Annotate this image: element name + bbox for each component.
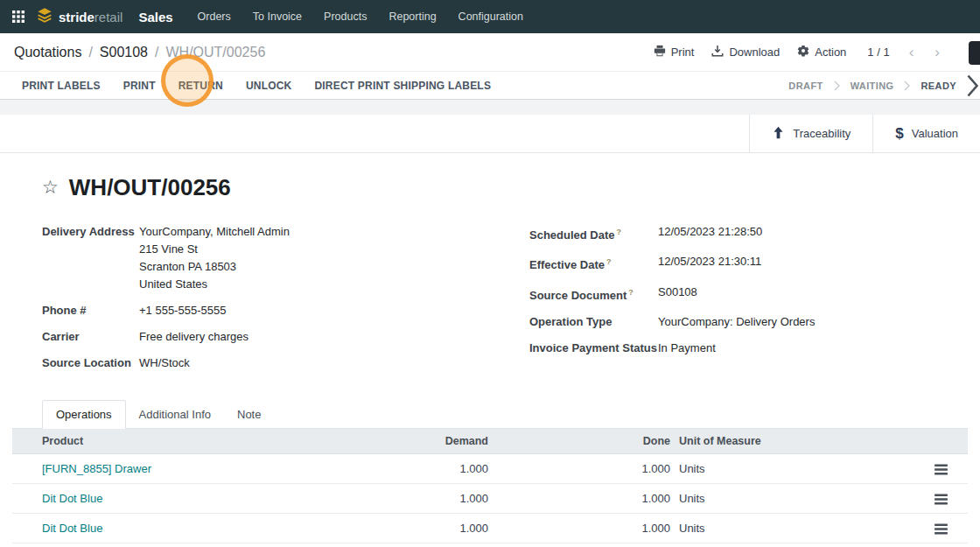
menu-item-products[interactable]: Products [324,11,367,23]
operation-type-value[interactable]: YourCompany: Delivery Orders [658,313,815,331]
record-actions: Print Download Action 1 / 1 ‹ › [654,45,942,60]
row-actions-cell [914,453,968,483]
action-button[interactable]: Action [797,45,846,60]
stat-button-row: Traceability $ Valuation [0,115,980,153]
column-header-done[interactable]: Done [490,429,672,453]
table-row: [FURN_8855] Drawer 1.000 1.000 Units [12,453,968,483]
brand-name: strideretail [59,10,122,25]
top-navbar: strideretail Sales Orders To Invoice Pro… [0,0,980,33]
status-ready[interactable]: READY [920,81,956,91]
field-invoice-payment-status: Invoice Payment Status In Payment [529,340,968,357]
done-cell[interactable]: 1.000 [490,513,672,543]
direct-print-shipping-labels-button[interactable]: DIRECT PRINT SHIPPING LABELS [314,80,491,92]
product-cell[interactable]: [FURN_8855] Drawer [12,453,315,483]
phone-value[interactable]: +1 555-555-5555 [139,302,226,319]
menu-item-reporting[interactable]: Reporting [388,11,436,23]
column-header-demand[interactable]: Demand [315,429,490,453]
breadcrumb-s00108[interactable]: S00108 [100,45,148,60]
row-actions-cell [914,483,968,513]
source-document-value[interactable]: S00108 [658,284,697,305]
product-cell[interactable]: Dit Dot Blue [12,483,315,513]
print-labels-button[interactable]: PRINT LABELS [22,80,101,92]
field-label: Source Location [42,354,139,372]
download-button[interactable]: Download [711,45,780,60]
uom-cell[interactable]: Units [672,483,914,513]
done-cell[interactable]: 1.000 [490,453,672,483]
uom-cell[interactable]: Units [672,513,914,543]
brand-logo[interactable]: strideretail [37,7,122,26]
apps-grid-icon[interactable] [12,11,24,23]
favorite-star-icon[interactable]: ☆ [42,179,59,197]
arrow-up-icon [772,126,785,142]
field-operation-type: Operation Type YourCompany: Delivery Ord… [529,313,968,331]
demand-cell[interactable]: 1.000 [315,513,490,543]
unlock-button[interactable]: UNLOCK [246,80,292,92]
column-header-actions [914,429,968,453]
print-button[interactable]: Print [654,45,695,60]
field-label: Phone # [42,302,139,319]
table-row: Dit Dot Blue 1.000 1.000 Units [12,513,968,543]
valuation-label: Valuation [912,127,958,140]
record-buttons: PRINT LABELS PRINT RETURN UNLOCK DIRECT … [22,80,491,92]
menu-item-to-invoice[interactable]: To Invoice [253,11,302,23]
breadcrumb-current: WH/OUT/00256 [165,45,265,60]
tab-operations[interactable]: Operations [42,400,126,429]
field-group-right: Scheduled Date? 12/05/2023 21:28:50 Effe… [529,223,968,381]
main-menu: Orders To Invoice Products Reporting Con… [198,11,523,23]
help-icon[interactable]: ? [628,288,634,297]
tab-note[interactable]: Note [224,401,274,428]
pager-next-icon[interactable]: › [933,45,942,60]
scheduled-date-value[interactable]: 12/05/2023 21:28:50 [658,223,762,244]
menu-item-configuration[interactable]: Configuration [458,11,523,23]
return-button[interactable]: RETURN [178,80,223,92]
title-row: ☆ WH/OUT/00256 [12,174,968,200]
menu-item-orders[interactable]: Orders [198,11,231,23]
field-label: Invoice Payment Status [529,340,658,357]
demand-cell[interactable]: 1.000 [315,483,490,513]
pager-previous-icon[interactable]: ‹ [907,45,916,60]
product-cell[interactable]: Dit Dot Blue [12,513,315,543]
field-label: Carrier [42,328,139,346]
action-label: Action [815,46,846,59]
app-name[interactable]: Sales [138,10,172,25]
done-cell[interactable]: 1.000 [490,483,672,513]
valuation-button[interactable]: $ Valuation [872,115,980,152]
help-icon[interactable]: ? [617,228,622,236]
traceability-button[interactable]: Traceability [749,115,872,152]
field-label: Operation Type [529,313,658,331]
status-draft[interactable]: DRAFT [788,81,822,91]
help-icon[interactable]: ? [606,257,612,266]
column-header-product[interactable]: Product [12,429,315,453]
operations-table: Product Demand Done Unit of Measure [FUR… [12,429,968,543]
detailed-operations-icon[interactable] [934,523,948,535]
uom-cell[interactable]: Units [672,453,914,483]
avatar[interactable] [969,41,980,65]
download-label: Download [729,46,780,59]
carrier-value[interactable]: Free delivery charges [139,328,248,346]
source-location-value[interactable]: WH/Stock [139,354,190,372]
breadcrumb-quotations[interactable]: Quotations [14,45,81,60]
detailed-operations-icon[interactable] [934,464,948,475]
invoice-payment-status-value[interactable]: In Payment [658,340,716,357]
sheet-body: ☆ WH/OUT/00256 Delivery Address YourComp… [0,174,980,543]
effective-date-value[interactable]: 12/05/2023 21:30:11 [658,253,761,274]
demand-cell[interactable]: 1.000 [315,453,490,483]
chevron-right-large-icon [967,74,978,97]
print-button-secondary[interactable]: PRINT [123,80,156,92]
breadcrumb-separator: / [88,45,92,60]
field-group-left: Delivery Address YourCompany, Mitchell A… [42,223,529,381]
page: strideretail Sales Orders To Invoice Pro… [0,0,980,547]
address-line: YourCompany, Mitchell Admin [139,223,290,241]
table-row: Dit Dot Blue 1.000 1.000 Units [12,483,968,513]
row-actions-cell [914,513,968,543]
tab-additional-info[interactable]: Additional Info [126,401,224,428]
field-label: Effective Date? [529,253,658,274]
status-waiting[interactable]: WAITING [850,81,894,91]
column-header-uom[interactable]: Unit of Measure [672,429,914,453]
delivery-address-value[interactable]: YourCompany, Mitchell Admin 215 Vine St … [139,223,290,293]
detailed-operations-icon[interactable] [934,494,948,505]
field-source-location: Source Location WH/Stock [42,354,529,372]
tab-bar: Operations Additional Info Note [12,400,968,429]
address-line: Scranton PA 18503 [139,258,290,276]
field-effective-date: Effective Date? 12/05/2023 21:30:11 [529,253,968,274]
